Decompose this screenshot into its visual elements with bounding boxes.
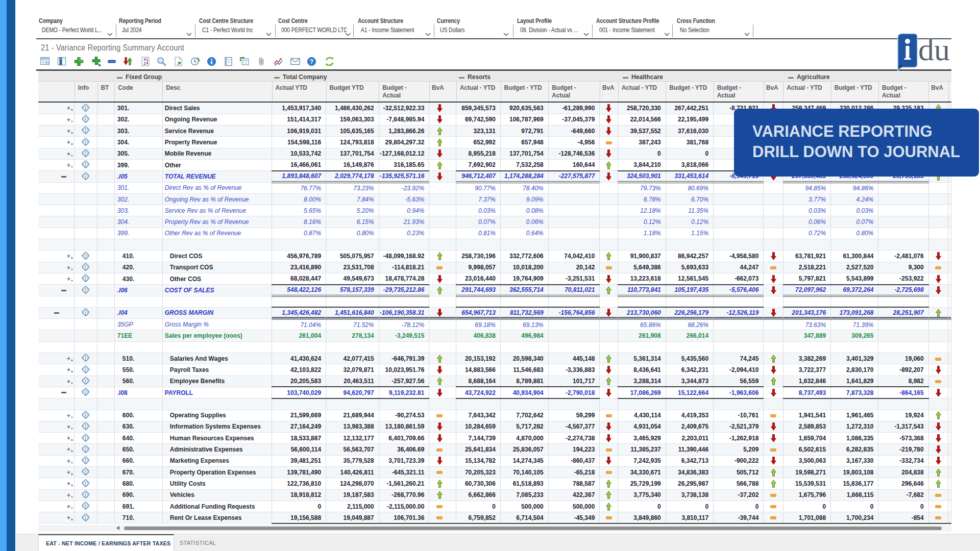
svg-text:A: A <box>144 58 146 61</box>
svg-text:Z: Z <box>144 62 146 65</box>
svg-text:?: ? <box>310 58 313 65</box>
svg-text:du: du <box>918 32 950 67</box>
